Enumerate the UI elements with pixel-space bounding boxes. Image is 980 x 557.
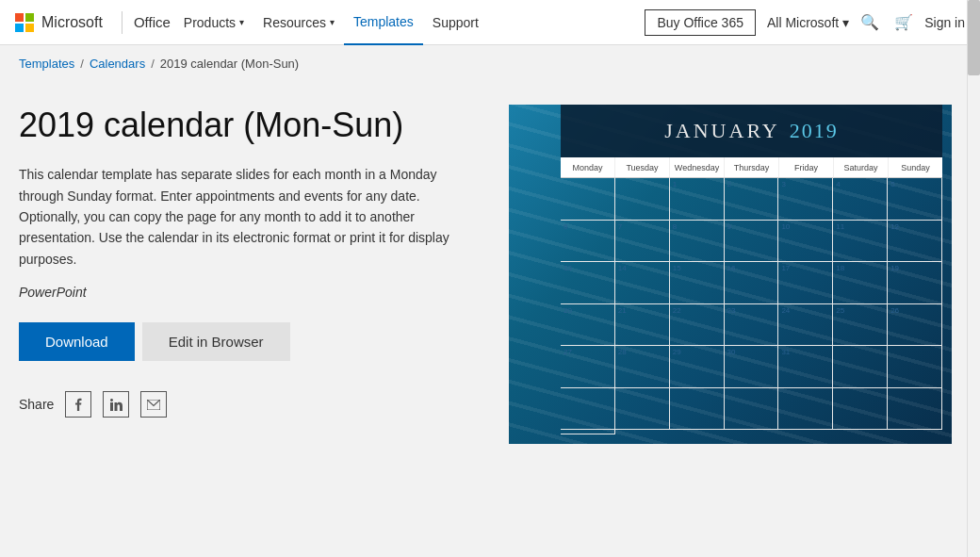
breadcrumb-sep-2: / (151, 57, 155, 71)
table-row (778, 388, 833, 431)
table-row: 28 (615, 346, 670, 388)
nav-office-link[interactable]: Office (134, 14, 171, 30)
table-row: 25 (833, 304, 888, 347)
linkedin-share-button[interactable] (103, 391, 129, 418)
table-row: 18 (833, 262, 888, 304)
table-row (615, 388, 670, 431)
action-buttons: Download Edit in Browser (19, 322, 462, 361)
table-row: 24 (778, 304, 833, 347)
calendar-year: 2019 (790, 119, 839, 143)
day-saturday: Saturday (834, 157, 889, 178)
table-row: 23 (725, 304, 779, 347)
table-row: 20 (561, 304, 615, 347)
table-row: 8 (670, 221, 725, 263)
nav-divider (122, 11, 122, 34)
all-microsoft-menu[interactable]: All Microsoft ▾ (767, 15, 849, 30)
scrollbar[interactable] (967, 0, 980, 482)
table-row (725, 388, 779, 431)
table-row: 6 (561, 221, 615, 263)
calendar-grid: 1234567891011121314151617181920212223242… (561, 178, 942, 434)
breadcrumb-sep-1: / (80, 57, 84, 71)
day-wednesday: Wednesday (670, 157, 725, 178)
calendar-day-names: Monday Tuesday Wednesday Thursday Friday… (561, 157, 942, 178)
calendar-preview: January 2019 Monday Tuesday Wednesday Th… (509, 105, 952, 444)
main-content: 2019 calendar (Mon-Sun) This calendar te… (0, 82, 980, 482)
email-share-button[interactable] (140, 391, 167, 418)
page-title: 2019 calendar (Mon-Sun) (19, 105, 462, 145)
right-column: January 2019 Monday Tuesday Wednesday Th… (499, 105, 961, 444)
scrollbar-thumb[interactable] (968, 0, 980, 75)
share-row: Share (19, 391, 462, 418)
table-row: 12 (888, 221, 942, 263)
products-chevron-icon: ▾ (239, 17, 244, 27)
ms-logo[interactable]: Microsoft (15, 13, 103, 32)
buy-office-button[interactable]: Buy Office 365 (645, 9, 756, 36)
signin-link[interactable]: Sign in (924, 15, 965, 30)
calendar-month: January (664, 119, 779, 143)
app-label: PowerPoint (19, 285, 462, 300)
day-tuesday: Tuesday (615, 157, 670, 178)
table-row (561, 388, 615, 431)
table-row: 26 (888, 304, 942, 347)
table-row: 10 (778, 221, 833, 263)
table-row: 31 (778, 346, 833, 388)
breadcrumb-calendars-link[interactable]: Calendars (90, 57, 145, 71)
table-row: 11 (833, 221, 888, 263)
edit-in-browser-button[interactable]: Edit in Browser (142, 322, 290, 361)
table-row (833, 346, 888, 388)
table-row: 30 (725, 346, 779, 388)
table-row: 21 (615, 304, 670, 347)
resources-chevron-icon: ▾ (330, 17, 335, 27)
nav-support[interactable]: Support (423, 0, 488, 45)
facebook-icon (73, 398, 84, 411)
description-text: This calendar template has separate slid… (19, 164, 462, 270)
table-row: 16 (725, 262, 779, 304)
left-column: 2019 calendar (Mon-Sun) This calendar te… (19, 105, 462, 418)
table-row: 2 (725, 178, 779, 221)
table-row (670, 388, 725, 431)
table-row: 1 (670, 178, 725, 221)
table-row: 13 (561, 262, 615, 304)
nav-bar: Microsoft Office Products ▾ Resources ▾ … (0, 0, 980, 45)
nav-right-group: All Microsoft ▾ 🔍 🛒 Sign in (767, 9, 965, 35)
breadcrumb-current: 2019 calendar (Mon-Sun) (160, 57, 299, 71)
table-row: 22 (670, 304, 725, 347)
nav-resources[interactable]: Resources ▾ (253, 0, 344, 45)
table-row: 3 (778, 178, 833, 221)
day-sunday: Sunday (889, 157, 942, 178)
calendar-header: January 2019 (561, 105, 942, 157)
table-row (888, 388, 942, 431)
table-row (561, 430, 615, 434)
nav-products[interactable]: Products ▾ (174, 0, 253, 45)
facebook-share-button[interactable] (65, 391, 91, 418)
day-friday: Friday (779, 157, 834, 178)
email-icon (147, 400, 160, 410)
breadcrumb-templates-link[interactable]: Templates (19, 57, 74, 71)
table-row: 14 (615, 262, 670, 304)
table-row (615, 178, 670, 221)
ms-grid-icon (15, 13, 34, 32)
table-row (833, 388, 888, 431)
share-label: Share (19, 397, 54, 412)
table-row (561, 178, 615, 221)
table-row: 15 (670, 262, 725, 304)
table-row (888, 346, 942, 388)
cart-button[interactable]: 🛒 (890, 9, 917, 35)
table-row: 19 (888, 262, 942, 304)
table-row: 29 (670, 346, 725, 388)
download-button[interactable]: Download (19, 322, 135, 361)
search-button[interactable]: 🔍 (857, 9, 883, 35)
breadcrumb: Templates / Calendars / 2019 calendar (M… (0, 45, 980, 82)
table-row: 17 (778, 262, 833, 304)
table-row: 5 (888, 178, 942, 221)
table-row: 9 (725, 221, 779, 263)
table-row: 27 (561, 346, 615, 388)
linkedin-icon (110, 399, 122, 411)
table-row: 4 (833, 178, 888, 221)
microsoft-wordmark: Microsoft (41, 14, 103, 31)
day-monday: Monday (561, 157, 615, 178)
table-row: 7 (615, 221, 670, 263)
nav-templates[interactable]: Templates (344, 0, 423, 45)
day-thursday: Thursday (725, 157, 779, 178)
all-ms-chevron-icon: ▾ (842, 15, 849, 30)
